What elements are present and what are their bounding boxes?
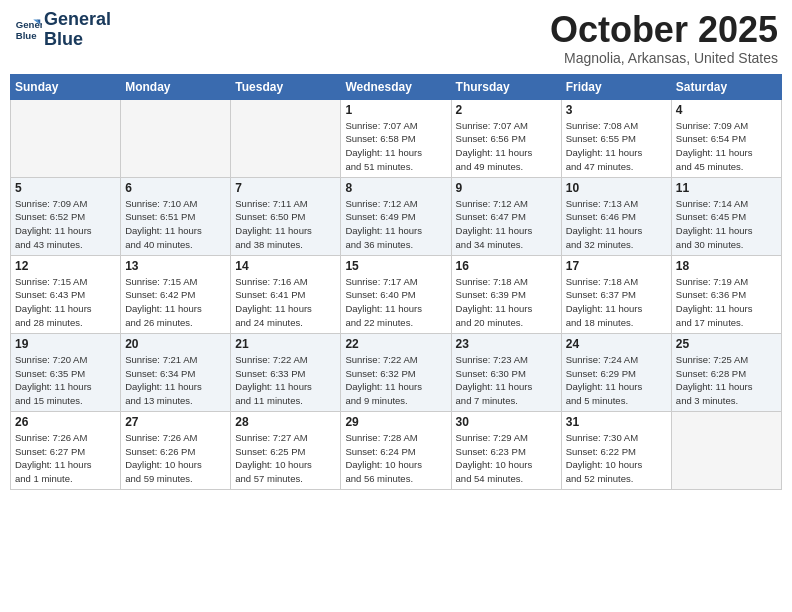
day-number: 9 (456, 181, 557, 195)
day-info: Sunrise: 7:19 AM Sunset: 6:36 PM Dayligh… (676, 275, 777, 330)
day-number: 8 (345, 181, 446, 195)
calendar-cell: 27Sunrise: 7:26 AM Sunset: 6:26 PM Dayli… (121, 411, 231, 489)
week-row-2: 5Sunrise: 7:09 AM Sunset: 6:52 PM Daylig… (11, 177, 782, 255)
calendar-cell: 16Sunrise: 7:18 AM Sunset: 6:39 PM Dayli… (451, 255, 561, 333)
calendar-table: SundayMondayTuesdayWednesdayThursdayFrid… (10, 74, 782, 490)
calendar-cell: 30Sunrise: 7:29 AM Sunset: 6:23 PM Dayli… (451, 411, 561, 489)
day-number: 18 (676, 259, 777, 273)
calendar-cell: 14Sunrise: 7:16 AM Sunset: 6:41 PM Dayli… (231, 255, 341, 333)
day-info: Sunrise: 7:25 AM Sunset: 6:28 PM Dayligh… (676, 353, 777, 408)
calendar-cell: 11Sunrise: 7:14 AM Sunset: 6:45 PM Dayli… (671, 177, 781, 255)
day-number: 19 (15, 337, 116, 351)
day-info: Sunrise: 7:27 AM Sunset: 6:25 PM Dayligh… (235, 431, 336, 486)
day-info: Sunrise: 7:12 AM Sunset: 6:49 PM Dayligh… (345, 197, 446, 252)
day-info: Sunrise: 7:29 AM Sunset: 6:23 PM Dayligh… (456, 431, 557, 486)
calendar-cell (231, 99, 341, 177)
day-number: 13 (125, 259, 226, 273)
day-number: 28 (235, 415, 336, 429)
day-info: Sunrise: 7:21 AM Sunset: 6:34 PM Dayligh… (125, 353, 226, 408)
day-number: 3 (566, 103, 667, 117)
page-header: General Blue General Blue October 2025 M… (10, 10, 782, 66)
calendar-cell: 13Sunrise: 7:15 AM Sunset: 6:42 PM Dayli… (121, 255, 231, 333)
day-info: Sunrise: 7:17 AM Sunset: 6:40 PM Dayligh… (345, 275, 446, 330)
calendar-cell: 1Sunrise: 7:07 AM Sunset: 6:58 PM Daylig… (341, 99, 451, 177)
day-number: 21 (235, 337, 336, 351)
calendar-cell: 22Sunrise: 7:22 AM Sunset: 6:32 PM Dayli… (341, 333, 451, 411)
day-info: Sunrise: 7:10 AM Sunset: 6:51 PM Dayligh… (125, 197, 226, 252)
calendar-cell: 2Sunrise: 7:07 AM Sunset: 6:56 PM Daylig… (451, 99, 561, 177)
title-block: October 2025 Magnolia, Arkansas, United … (550, 10, 778, 66)
calendar-cell (121, 99, 231, 177)
day-info: Sunrise: 7:18 AM Sunset: 6:39 PM Dayligh… (456, 275, 557, 330)
day-info: Sunrise: 7:16 AM Sunset: 6:41 PM Dayligh… (235, 275, 336, 330)
weekday-header-saturday: Saturday (671, 74, 781, 99)
day-info: Sunrise: 7:09 AM Sunset: 6:52 PM Dayligh… (15, 197, 116, 252)
day-number: 25 (676, 337, 777, 351)
calendar-cell: 18Sunrise: 7:19 AM Sunset: 6:36 PM Dayli… (671, 255, 781, 333)
day-info: Sunrise: 7:15 AM Sunset: 6:43 PM Dayligh… (15, 275, 116, 330)
calendar-cell: 4Sunrise: 7:09 AM Sunset: 6:54 PM Daylig… (671, 99, 781, 177)
weekday-header-sunday: Sunday (11, 74, 121, 99)
day-info: Sunrise: 7:11 AM Sunset: 6:50 PM Dayligh… (235, 197, 336, 252)
calendar-cell: 25Sunrise: 7:25 AM Sunset: 6:28 PM Dayli… (671, 333, 781, 411)
day-info: Sunrise: 7:14 AM Sunset: 6:45 PM Dayligh… (676, 197, 777, 252)
day-info: Sunrise: 7:15 AM Sunset: 6:42 PM Dayligh… (125, 275, 226, 330)
calendar-cell: 20Sunrise: 7:21 AM Sunset: 6:34 PM Dayli… (121, 333, 231, 411)
day-number: 12 (15, 259, 116, 273)
calendar-cell: 10Sunrise: 7:13 AM Sunset: 6:46 PM Dayli… (561, 177, 671, 255)
week-row-4: 19Sunrise: 7:20 AM Sunset: 6:35 PM Dayli… (11, 333, 782, 411)
day-number: 10 (566, 181, 667, 195)
day-number: 1 (345, 103, 446, 117)
day-number: 11 (676, 181, 777, 195)
day-info: Sunrise: 7:24 AM Sunset: 6:29 PM Dayligh… (566, 353, 667, 408)
logo-icon: General Blue (14, 16, 42, 44)
svg-text:Blue: Blue (16, 30, 37, 41)
day-info: Sunrise: 7:13 AM Sunset: 6:46 PM Dayligh… (566, 197, 667, 252)
calendar-cell: 3Sunrise: 7:08 AM Sunset: 6:55 PM Daylig… (561, 99, 671, 177)
calendar-cell: 5Sunrise: 7:09 AM Sunset: 6:52 PM Daylig… (11, 177, 121, 255)
day-number: 2 (456, 103, 557, 117)
day-number: 29 (345, 415, 446, 429)
calendar-cell: 29Sunrise: 7:28 AM Sunset: 6:24 PM Dayli… (341, 411, 451, 489)
day-info: Sunrise: 7:26 AM Sunset: 6:26 PM Dayligh… (125, 431, 226, 486)
day-number: 17 (566, 259, 667, 273)
calendar-cell: 15Sunrise: 7:17 AM Sunset: 6:40 PM Dayli… (341, 255, 451, 333)
weekday-header-thursday: Thursday (451, 74, 561, 99)
week-row-5: 26Sunrise: 7:26 AM Sunset: 6:27 PM Dayli… (11, 411, 782, 489)
logo: General Blue General Blue (14, 10, 111, 50)
day-number: 23 (456, 337, 557, 351)
day-info: Sunrise: 7:22 AM Sunset: 6:32 PM Dayligh… (345, 353, 446, 408)
calendar-cell: 26Sunrise: 7:26 AM Sunset: 6:27 PM Dayli… (11, 411, 121, 489)
calendar-cell: 19Sunrise: 7:20 AM Sunset: 6:35 PM Dayli… (11, 333, 121, 411)
day-number: 26 (15, 415, 116, 429)
calendar-cell: 24Sunrise: 7:24 AM Sunset: 6:29 PM Dayli… (561, 333, 671, 411)
logo-text: General Blue (44, 10, 111, 50)
week-row-3: 12Sunrise: 7:15 AM Sunset: 6:43 PM Dayli… (11, 255, 782, 333)
day-number: 16 (456, 259, 557, 273)
calendar-cell: 21Sunrise: 7:22 AM Sunset: 6:33 PM Dayli… (231, 333, 341, 411)
calendar-cell: 17Sunrise: 7:18 AM Sunset: 6:37 PM Dayli… (561, 255, 671, 333)
weekday-header-friday: Friday (561, 74, 671, 99)
week-row-1: 1Sunrise: 7:07 AM Sunset: 6:58 PM Daylig… (11, 99, 782, 177)
day-info: Sunrise: 7:12 AM Sunset: 6:47 PM Dayligh… (456, 197, 557, 252)
day-number: 7 (235, 181, 336, 195)
calendar-cell: 9Sunrise: 7:12 AM Sunset: 6:47 PM Daylig… (451, 177, 561, 255)
day-number: 27 (125, 415, 226, 429)
day-number: 20 (125, 337, 226, 351)
calendar-cell: 23Sunrise: 7:23 AM Sunset: 6:30 PM Dayli… (451, 333, 561, 411)
day-info: Sunrise: 7:18 AM Sunset: 6:37 PM Dayligh… (566, 275, 667, 330)
location: Magnolia, Arkansas, United States (550, 50, 778, 66)
day-info: Sunrise: 7:07 AM Sunset: 6:56 PM Dayligh… (456, 119, 557, 174)
calendar-cell (11, 99, 121, 177)
day-number: 5 (15, 181, 116, 195)
day-number: 4 (676, 103, 777, 117)
month-title: October 2025 (550, 10, 778, 50)
day-info: Sunrise: 7:26 AM Sunset: 6:27 PM Dayligh… (15, 431, 116, 486)
day-info: Sunrise: 7:28 AM Sunset: 6:24 PM Dayligh… (345, 431, 446, 486)
day-info: Sunrise: 7:20 AM Sunset: 6:35 PM Dayligh… (15, 353, 116, 408)
day-info: Sunrise: 7:22 AM Sunset: 6:33 PM Dayligh… (235, 353, 336, 408)
day-info: Sunrise: 7:08 AM Sunset: 6:55 PM Dayligh… (566, 119, 667, 174)
calendar-cell: 12Sunrise: 7:15 AM Sunset: 6:43 PM Dayli… (11, 255, 121, 333)
day-number: 31 (566, 415, 667, 429)
day-number: 22 (345, 337, 446, 351)
